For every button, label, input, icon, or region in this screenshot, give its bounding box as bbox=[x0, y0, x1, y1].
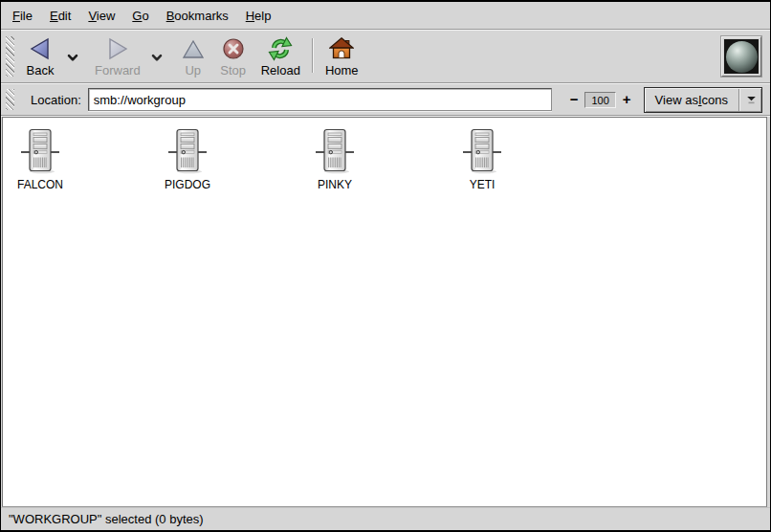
file-manager-window: File Edit View Go Bookmarks Help Back bbox=[0, 0, 771, 532]
menu-bookmarks-post: ookmarks bbox=[174, 9, 228, 23]
home-icon bbox=[329, 35, 354, 62]
menu-file[interactable]: File bbox=[4, 6, 41, 26]
view-as-pre: View as bbox=[655, 93, 698, 107]
forward-history-dropdown[interactable] bbox=[147, 51, 166, 65]
file-item-label: YETI bbox=[470, 178, 496, 191]
location-input[interactable] bbox=[88, 88, 552, 111]
back-arrow-icon bbox=[28, 35, 53, 62]
back-button-label: Back bbox=[27, 64, 55, 78]
menu-bar: File Edit View Go Bookmarks Help bbox=[1, 2, 770, 29]
network-server-icon bbox=[21, 127, 59, 175]
file-item-label: PIGDOG bbox=[165, 178, 210, 191]
status-bar: "WORKGROUP" selected (0 bytes) bbox=[1, 507, 770, 530]
file-item-label: FALCON bbox=[17, 178, 63, 191]
stop-button-label: Stop bbox=[220, 64, 246, 78]
menu-edit[interactable]: Edit bbox=[41, 6, 79, 26]
location-bar-grip-handle[interactable] bbox=[6, 89, 14, 110]
file-item-yeti[interactable]: YETI bbox=[446, 127, 518, 191]
menu-file-post: ile bbox=[20, 9, 33, 23]
location-label: Location: bbox=[31, 93, 81, 107]
forward-arrow-icon bbox=[105, 35, 130, 62]
forward-button[interactable]: Forward bbox=[88, 33, 147, 80]
menu-bookmarks[interactable]: Bookmarks bbox=[158, 6, 237, 26]
stop-button[interactable]: Stop bbox=[212, 33, 254, 80]
up-button[interactable]: Up bbox=[174, 33, 212, 80]
file-item-pinky[interactable]: PINKY bbox=[298, 127, 371, 191]
view-as-label: View as Icons bbox=[645, 88, 738, 112]
home-button[interactable]: Home bbox=[319, 33, 365, 80]
file-item-label: PINKY bbox=[318, 178, 352, 191]
status-text: "WORKGROUP" selected (0 bytes) bbox=[9, 512, 204, 526]
throbber bbox=[721, 36, 761, 77]
back-button[interactable]: Back bbox=[17, 33, 63, 80]
network-server-icon bbox=[316, 127, 354, 175]
zoom-level-indicator: 100 bbox=[584, 92, 615, 108]
network-server-icon bbox=[168, 127, 207, 175]
menu-edit-accel: E bbox=[50, 9, 58, 23]
file-item-pigdog[interactable]: PIGDOG bbox=[151, 127, 224, 191]
back-history-dropdown[interactable] bbox=[63, 51, 82, 65]
dropdown-arrow-icon bbox=[740, 88, 761, 112]
home-button-label: Home bbox=[325, 64, 359, 78]
menu-go-accel: G bbox=[132, 9, 142, 23]
zoom-control: − 100 + bbox=[567, 92, 634, 108]
menu-help[interactable]: Help bbox=[237, 6, 280, 26]
file-item-falcon[interactable]: FALCON bbox=[4, 127, 77, 191]
menu-file-accel: F bbox=[12, 9, 20, 23]
network-server-icon bbox=[463, 127, 501, 175]
menu-edit-post: dit bbox=[58, 9, 72, 23]
reload-icon bbox=[268, 35, 293, 62]
zoom-out-button[interactable]: − bbox=[567, 92, 582, 107]
menu-go[interactable]: Go bbox=[123, 6, 157, 26]
throbber-background bbox=[724, 39, 759, 74]
menu-go-post: o bbox=[142, 9, 148, 23]
view-as-post: cons bbox=[702, 93, 728, 107]
toolbar-separator bbox=[312, 38, 314, 73]
zoom-in-button[interactable]: + bbox=[620, 92, 634, 107]
menu-view-post: iew bbox=[97, 9, 116, 23]
toolbar: Back Forward bbox=[1, 31, 770, 82]
menu-view-accel: V bbox=[88, 9, 96, 23]
reload-button-label: Reload bbox=[261, 64, 300, 78]
chevron-down-icon bbox=[67, 54, 78, 62]
reload-button[interactable]: Reload bbox=[254, 33, 307, 80]
menu-view[interactable]: View bbox=[79, 6, 123, 26]
menu-help-post: elp bbox=[254, 9, 271, 23]
toolbar-grip-handle[interactable] bbox=[6, 36, 14, 77]
forward-button-label: Forward bbox=[95, 64, 141, 78]
icon-view-canvas[interactable]: FALCON PIGDOG bbox=[2, 117, 767, 507]
view-as-dropdown[interactable]: View as Icons bbox=[644, 87, 762, 113]
stop-icon bbox=[222, 35, 245, 62]
location-bar: Location: − 100 + View as Icons bbox=[1, 84, 770, 115]
throbber-sphere-icon bbox=[726, 41, 758, 73]
chevron-down-icon bbox=[151, 54, 163, 62]
menu-help-accel: H bbox=[246, 9, 254, 23]
up-arrow-icon bbox=[182, 35, 205, 62]
up-button-label: Up bbox=[185, 64, 201, 78]
